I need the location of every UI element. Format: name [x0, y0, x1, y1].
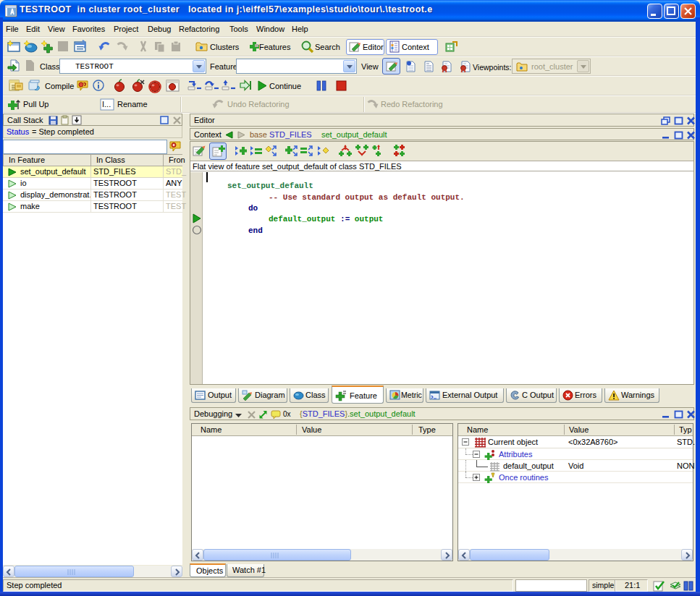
svg-text:I...: I...	[102, 100, 111, 108]
